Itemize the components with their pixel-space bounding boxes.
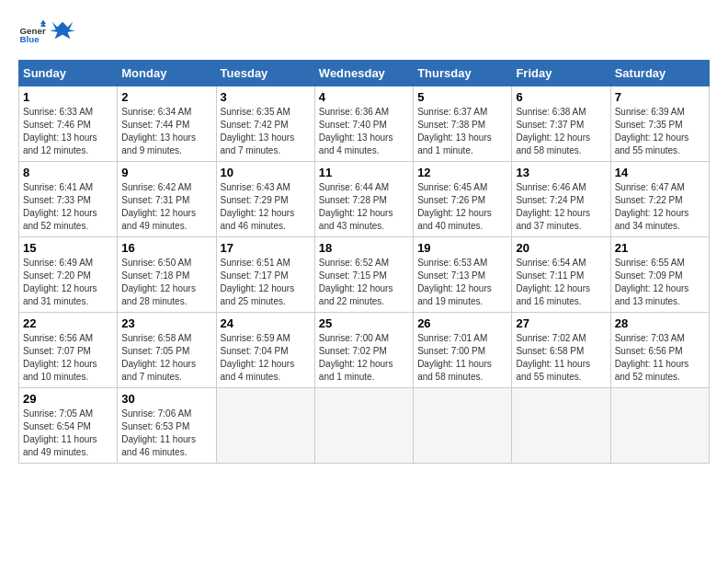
day-detail: Sunrise: 6:33 AM Sunset: 7:46 PM Dayligh… — [23, 106, 113, 157]
week-row-2: 8 Sunrise: 6:41 AM Sunset: 7:33 PM Dayli… — [19, 162, 710, 237]
day-cell: 16 Sunrise: 6:50 AM Sunset: 7:18 PM Dayl… — [118, 237, 216, 313]
day-number: 10 — [221, 166, 311, 179]
day-cell: 1 Sunrise: 6:33 AM Sunset: 7:46 PM Dayli… — [19, 86, 118, 162]
column-header-saturday: Saturday — [610, 61, 709, 86]
day-detail: Sunrise: 6:44 AM Sunset: 7:28 PM Dayligh… — [319, 181, 409, 233]
week-row-4: 22 Sunrise: 6:56 AM Sunset: 7:07 PM Dayl… — [19, 313, 710, 388]
day-cell — [314, 388, 413, 464]
day-detail: Sunrise: 6:55 AM Sunset: 7:09 PM Dayligh… — [615, 257, 705, 308]
day-detail: Sunrise: 7:01 AM Sunset: 7:00 PM Dayligh… — [417, 332, 507, 384]
day-detail: Sunrise: 6:36 AM Sunset: 7:40 PM Dayligh… — [319, 106, 409, 157]
day-cell: 13 Sunrise: 6:46 AM Sunset: 7:24 PM Dayl… — [512, 162, 610, 237]
day-detail: Sunrise: 6:46 AM Sunset: 7:24 PM Dayligh… — [516, 181, 606, 233]
day-cell: 21 Sunrise: 6:55 AM Sunset: 7:09 PM Dayl… — [610, 237, 709, 313]
day-cell: 17 Sunrise: 6:51 AM Sunset: 7:17 PM Dayl… — [216, 237, 314, 313]
day-cell: 19 Sunrise: 6:53 AM Sunset: 7:13 PM Dayl… — [414, 237, 512, 313]
day-detail: Sunrise: 6:54 AM Sunset: 7:11 PM Dayligh… — [516, 257, 606, 308]
day-number: 15 — [23, 241, 113, 255]
logo-icon: General Blue — [18, 18, 46, 46]
day-cell: 11 Sunrise: 6:44 AM Sunset: 7:28 PM Dayl… — [314, 162, 413, 237]
day-detail: Sunrise: 6:56 AM Sunset: 7:07 PM Dayligh… — [23, 332, 113, 384]
day-cell: 10 Sunrise: 6:43 AM Sunset: 7:29 PM Dayl… — [216, 162, 314, 237]
day-number: 17 — [221, 241, 311, 255]
day-cell: 14 Sunrise: 6:47 AM Sunset: 7:22 PM Dayl… — [610, 162, 709, 237]
week-row-1: 1 Sunrise: 6:33 AM Sunset: 7:46 PM Dayli… — [19, 86, 710, 162]
day-cell: 22 Sunrise: 6:56 AM Sunset: 7:07 PM Dayl… — [19, 313, 118, 388]
day-cell: 25 Sunrise: 7:00 AM Sunset: 7:02 PM Dayl… — [314, 313, 413, 388]
day-detail: Sunrise: 6:45 AM Sunset: 7:26 PM Dayligh… — [417, 181, 507, 233]
day-number: 12 — [417, 166, 507, 179]
day-detail: Sunrise: 6:58 AM Sunset: 7:05 PM Dayligh… — [121, 332, 211, 384]
day-number: 5 — [417, 90, 507, 104]
week-row-5: 29 Sunrise: 7:05 AM Sunset: 6:54 PM Dayl… — [19, 388, 710, 464]
day-number: 28 — [615, 316, 705, 330]
day-cell: 4 Sunrise: 6:36 AM Sunset: 7:40 PM Dayli… — [314, 86, 413, 162]
day-cell: 23 Sunrise: 6:58 AM Sunset: 7:05 PM Dayl… — [118, 313, 216, 388]
day-cell: 20 Sunrise: 6:54 AM Sunset: 7:11 PM Dayl… — [512, 237, 610, 313]
day-cell: 18 Sunrise: 6:52 AM Sunset: 7:15 PM Dayl… — [314, 237, 413, 313]
day-number: 18 — [319, 241, 409, 255]
day-number: 21 — [615, 241, 705, 255]
day-number: 23 — [121, 316, 211, 330]
day-number: 4 — [319, 90, 409, 104]
day-cell: 5 Sunrise: 6:37 AM Sunset: 7:38 PM Dayli… — [414, 86, 512, 162]
day-detail: Sunrise: 6:51 AM Sunset: 7:17 PM Dayligh… — [221, 257, 311, 308]
column-header-friday: Friday — [512, 61, 610, 86]
day-cell: 7 Sunrise: 6:39 AM Sunset: 7:35 PM Dayli… — [610, 86, 709, 162]
day-detail: Sunrise: 6:52 AM Sunset: 7:15 PM Dayligh… — [319, 257, 409, 308]
day-number: 27 — [516, 316, 606, 330]
day-detail: Sunrise: 6:37 AM Sunset: 7:38 PM Dayligh… — [417, 106, 507, 157]
day-detail: Sunrise: 6:53 AM Sunset: 7:13 PM Dayligh… — [417, 257, 507, 308]
day-number: 9 — [121, 166, 211, 179]
day-detail: Sunrise: 6:41 AM Sunset: 7:33 PM Dayligh… — [23, 181, 113, 233]
day-cell: 12 Sunrise: 6:45 AM Sunset: 7:26 PM Dayl… — [414, 162, 512, 237]
day-number: 26 — [417, 316, 507, 330]
svg-text:Blue: Blue — [20, 34, 40, 44]
column-header-thursday: Thursday — [414, 61, 512, 86]
day-cell — [414, 388, 512, 464]
calendar-table: SundayMondayTuesdayWednesdayThursdayFrid… — [18, 60, 710, 464]
day-number: 19 — [417, 241, 507, 255]
day-detail: Sunrise: 7:03 AM Sunset: 6:56 PM Dayligh… — [615, 332, 705, 384]
day-number: 13 — [516, 166, 606, 179]
day-number: 3 — [221, 90, 311, 104]
day-cell: 8 Sunrise: 6:41 AM Sunset: 7:33 PM Dayli… — [19, 162, 118, 237]
day-number: 6 — [516, 90, 606, 104]
day-number: 16 — [121, 241, 211, 255]
day-cell: 6 Sunrise: 6:38 AM Sunset: 7:37 PM Dayli… — [512, 86, 610, 162]
day-number: 20 — [516, 241, 606, 255]
day-number: 11 — [319, 166, 409, 179]
day-cell: 15 Sunrise: 6:49 AM Sunset: 7:20 PM Dayl… — [19, 237, 118, 313]
day-cell: 30 Sunrise: 7:06 AM Sunset: 6:53 PM Dayl… — [118, 388, 216, 464]
day-cell: 28 Sunrise: 7:03 AM Sunset: 6:56 PM Dayl… — [610, 313, 709, 388]
day-detail: Sunrise: 7:00 AM Sunset: 7:02 PM Dayligh… — [319, 332, 409, 384]
day-detail: Sunrise: 6:42 AM Sunset: 7:31 PM Dayligh… — [121, 181, 211, 233]
page-header: General Blue — [18, 18, 710, 46]
day-cell — [216, 388, 314, 464]
column-header-sunday: Sunday — [19, 61, 118, 86]
day-number: 1 — [23, 90, 113, 104]
day-detail: Sunrise: 6:34 AM Sunset: 7:44 PM Dayligh… — [121, 106, 211, 157]
day-number: 22 — [23, 316, 113, 330]
svg-marker-4 — [50, 22, 75, 39]
column-header-tuesday: Tuesday — [216, 61, 314, 86]
day-cell: 29 Sunrise: 7:05 AM Sunset: 6:54 PM Dayl… — [19, 388, 118, 464]
day-cell: 2 Sunrise: 6:34 AM Sunset: 7:44 PM Dayli… — [118, 86, 216, 162]
day-cell: 26 Sunrise: 7:01 AM Sunset: 7:00 PM Dayl… — [414, 313, 512, 388]
day-detail: Sunrise: 6:38 AM Sunset: 7:37 PM Dayligh… — [516, 106, 606, 157]
logo-bird-icon — [50, 19, 75, 45]
day-number: 24 — [221, 316, 311, 330]
week-row-3: 15 Sunrise: 6:49 AM Sunset: 7:20 PM Dayl… — [19, 237, 710, 313]
day-number: 2 — [121, 90, 211, 104]
day-cell: 9 Sunrise: 6:42 AM Sunset: 7:31 PM Dayli… — [118, 162, 216, 237]
day-number: 14 — [615, 166, 705, 179]
day-detail: Sunrise: 6:50 AM Sunset: 7:18 PM Dayligh… — [121, 257, 211, 308]
day-detail: Sunrise: 7:06 AM Sunset: 6:53 PM Dayligh… — [121, 408, 211, 459]
day-number: 30 — [121, 392, 211, 406]
day-detail: Sunrise: 6:59 AM Sunset: 7:04 PM Dayligh… — [221, 332, 311, 384]
logo: General Blue — [18, 18, 79, 46]
day-detail: Sunrise: 7:05 AM Sunset: 6:54 PM Dayligh… — [23, 408, 113, 459]
column-header-monday: Monday — [118, 61, 216, 86]
day-detail: Sunrise: 6:43 AM Sunset: 7:29 PM Dayligh… — [221, 181, 311, 233]
day-number: 7 — [615, 90, 705, 104]
